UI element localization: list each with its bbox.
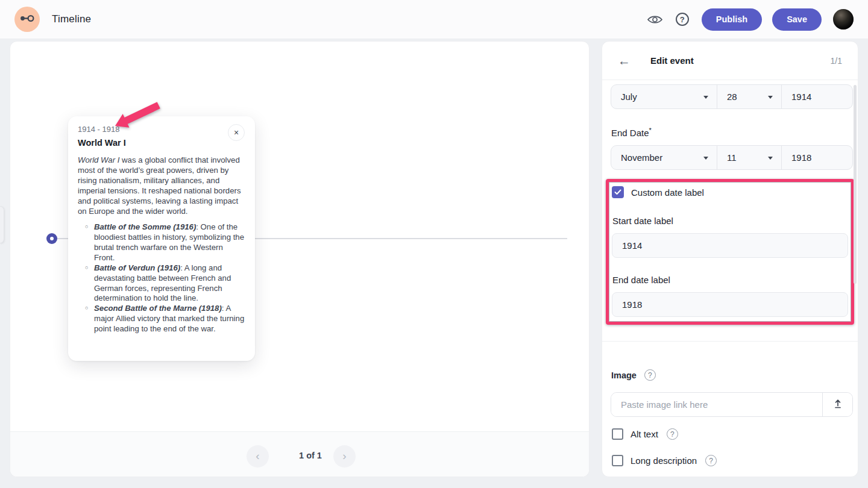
start-year-value: 1914 [791,92,811,102]
panel-scrollbar[interactable] [854,85,857,284]
bullet-lead: Battle of the Somme (1916) [94,222,196,231]
panel-title: Edit event [650,55,694,66]
start-date-label-input[interactable] [612,233,848,258]
chevron-down-icon [768,96,773,101]
event-title: World War I [78,138,245,148]
event-description: World War I was a global conflict that i… [78,155,245,216]
edit-event-panel: ← Edit event 1/1 July 28 1914 End Date* … [602,41,858,477]
start-year-input[interactable]: 1914 [782,85,852,108]
checkmark-icon [614,189,621,195]
end-day-select[interactable]: 11 [717,146,782,169]
alt-text-row: Alt text ? [612,428,678,440]
upload-icon [832,398,844,411]
long-description-label[interactable]: Long description [631,455,697,466]
required-asterisk: * [649,127,652,134]
save-button[interactable]: Save [772,8,822,31]
end-month-value: November [621,152,662,163]
start-month-value: July [621,92,637,102]
preview-eye-icon[interactable] [646,10,664,28]
page-indicator: 1 of 1 [279,451,342,460]
page-title: Timeline [52,13,91,25]
topbar: Timeline ? Publish Save [0,0,868,39]
event-date-range: 1914 - 1918 [78,125,245,134]
annotation-highlight-box: Custom date label Start date label End d… [606,179,854,325]
timeline-event-marker[interactable] [46,233,57,244]
help-icon[interactable]: ? [667,428,678,440]
end-date-label: End Date* [611,127,652,138]
left-drawer-handle[interactable] [0,206,4,243]
timeline-node-icon [19,13,35,26]
previous-page-button[interactable]: ‹ [247,445,269,468]
end-day-value: 11 [727,152,737,163]
upload-image-button[interactable] [822,393,852,416]
bullet-lead: Second Battle of the Marne (1918) [94,304,222,313]
end-month-select[interactable]: November [611,146,717,169]
help-icon[interactable]: ? [644,369,656,381]
image-link-row [611,392,853,417]
end-date-row: November 11 1918 [611,145,853,170]
start-month-select[interactable]: July [611,85,717,108]
image-link-input[interactable] [611,393,822,416]
user-avatar[interactable] [833,9,854,30]
long-description-row: Long description ? [612,455,717,466]
event-bullet: Battle of the Somme (1916): One of the b… [94,222,245,263]
event-popup-card: 1914 - 1918 × World War I World War I wa… [68,116,255,361]
app-logo [14,7,40,32]
long-description-checkbox[interactable] [612,455,623,466]
start-date-row: July 28 1914 [611,84,853,109]
panel-header: ← Edit event 1/1 [602,42,858,80]
bullet-lead: Battle of Verdun (1916) [94,263,180,272]
custom-date-label-checkbox[interactable] [612,186,624,198]
next-page-button[interactable]: › [333,445,356,468]
chevron-down-icon [703,157,708,162]
start-day-select[interactable]: 28 [717,85,782,108]
timeline-canvas: 1914 - 1918 × World War I World War I wa… [10,41,590,477]
chevron-down-icon [703,96,708,101]
pagination-footer: ‹ 1 of 1 › [10,431,589,477]
back-arrow-icon[interactable]: ← [618,54,631,67]
custom-date-label-text[interactable]: Custom date label [631,187,704,198]
publish-button[interactable]: Publish [702,8,762,31]
image-section-header: Image ? [611,369,656,381]
help-icon[interactable]: ? [673,10,691,28]
image-label: Image [611,371,637,380]
section-divider [602,341,858,342]
event-bullet: Second Battle of the Marne (1918): A maj… [94,304,245,334]
end-year-value: 1918 [791,152,811,163]
close-icon[interactable]: × [228,124,245,141]
chevron-down-icon [768,157,773,162]
end-date-label-caption: End date label [612,275,670,285]
start-date-label-caption: Start date label [612,216,673,226]
alt-text-checkbox[interactable] [612,428,623,440]
end-date-label-input[interactable] [612,292,848,317]
event-description-rest: was a global conflict that involved most… [78,155,241,216]
event-bullet: Battle of Verdun (1916): A long and deva… [94,263,245,304]
event-counter: 1/1 [831,56,842,66]
custom-date-label-row: Custom date label [612,186,704,198]
event-bullet-list: Battle of the Somme (1916): One of the b… [78,222,245,334]
end-year-input[interactable]: 1918 [782,146,852,169]
event-description-lead: World War I [78,155,119,164]
start-day-value: 28 [727,92,737,102]
question-mark-icon: ? [676,13,689,26]
alt-text-label[interactable]: Alt text [631,429,658,439]
help-icon[interactable]: ? [705,455,717,466]
